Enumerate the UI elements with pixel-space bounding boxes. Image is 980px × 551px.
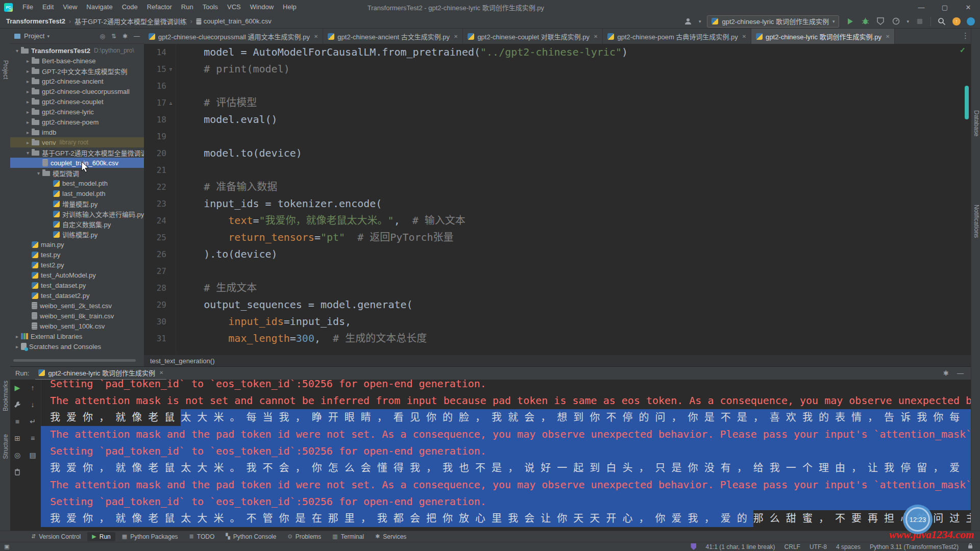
debug-button[interactable] xyxy=(861,17,870,26)
tree-item[interactable]: ▸GPT-2中文文本生成模型实例 xyxy=(10,66,144,76)
menu-tools[interactable]: Tools xyxy=(198,3,223,11)
print-icon[interactable]: ▤ xyxy=(29,450,36,460)
code-editor[interactable]: 14 model = AutoModelForCausalLM.from_pre… xyxy=(144,44,971,355)
tree-item[interactable]: test_AutoModel.py xyxy=(10,270,144,280)
sidebar-item-notifications[interactable]: Notifications xyxy=(973,205,980,238)
tree-item[interactable]: ▸imdb xyxy=(10,127,144,137)
sidebar-item-project[interactable]: Project xyxy=(2,60,9,79)
collapse-all-icon[interactable]: ⇅ xyxy=(111,33,116,40)
editor-tab[interactable]: gpt2-chinese-poem 古典诗词生成实例.py✕ xyxy=(603,29,751,44)
close-icon[interactable]: ✕ xyxy=(314,34,318,39)
tree-item[interactable]: test_dataset.py xyxy=(10,280,144,290)
close-icon[interactable]: ✕ xyxy=(886,34,890,39)
tree-item[interactable]: test2.py xyxy=(10,260,144,270)
close-icon[interactable]: ✕ xyxy=(159,370,163,375)
tree-item[interactable]: 对训练输入文本进行编码.py xyxy=(10,209,144,219)
chevron-icon[interactable]: ▾ xyxy=(13,48,21,54)
menu-vcs[interactable]: VCS xyxy=(223,3,246,11)
console-output[interactable]: Setting `pad_token_id` to `eos_token_id`… xyxy=(41,380,971,531)
settings-icon[interactable]: ✱ xyxy=(943,369,949,377)
tree-item[interactable]: best_model.pth xyxy=(10,178,144,188)
editor-tab[interactable]: gpt2-chinese-ancient 古文生成实例.py✕ xyxy=(323,29,463,44)
tree-item[interactable]: ▸gpt2-chinese-cluecorpussmall xyxy=(10,86,144,96)
settings-icon[interactable]: ✱ xyxy=(122,33,128,40)
menu-navigate[interactable]: Navigate xyxy=(82,3,117,11)
editor-tab[interactable]: gpt2-chinese-couplet 对联生成实例.py✕ xyxy=(463,29,603,44)
inspections-ok-icon[interactable]: ✓ xyxy=(960,46,966,54)
interpreter-indicator[interactable]: Python 3.11 (TransformersTest2) xyxy=(870,543,959,550)
plugin-icon[interactable] xyxy=(967,17,975,26)
close-icon[interactable]: ✕ xyxy=(742,34,746,39)
menu-run[interactable]: Run xyxy=(177,3,198,11)
project-panel-title[interactable]: Project xyxy=(24,32,44,40)
rerun-icon[interactable]: ▶ xyxy=(15,383,20,393)
breadcrumb-item[interactable]: 基于GPT-2通用文本模型全量微调训练 xyxy=(75,16,187,26)
fold-icon[interactable]: ▵ xyxy=(166,94,175,111)
user-icon[interactable] xyxy=(683,17,693,26)
tree-item[interactable]: ▸gpt2-chinese-couplet xyxy=(10,96,144,107)
tree-item[interactable]: 训练模型.py xyxy=(10,229,144,239)
encoding-indicator[interactable]: UTF-8 xyxy=(810,543,827,550)
stop-button[interactable] xyxy=(915,17,924,26)
tree-item[interactable]: weibo_senti_2k_test.csv xyxy=(10,300,144,311)
soft-wrap-icon[interactable]: ↵ xyxy=(30,416,36,427)
hide-panel-icon[interactable]: — xyxy=(134,33,140,40)
run-tab[interactable]: gpt2-chinese-lyric 歌词创作生成实例 ✕ xyxy=(35,366,166,380)
select-opened-file-icon[interactable]: ◎ xyxy=(100,33,105,40)
chevron-icon[interactable]: ▾ xyxy=(24,150,32,156)
menu-window[interactable]: Window xyxy=(246,3,278,11)
tree-item[interactable]: test.py xyxy=(10,249,144,260)
chevron-icon[interactable]: ▸ xyxy=(24,89,32,94)
lock-icon[interactable] xyxy=(968,543,973,550)
tree-item[interactable]: ▸External Libraries xyxy=(10,331,144,341)
breadcrumb-item[interactable]: TransformersTest2 xyxy=(6,17,65,25)
close-icon[interactable]: ✕ xyxy=(957,0,980,14)
sidebar-item-bookmarks[interactable]: Bookmarks xyxy=(2,381,9,411)
tree-item[interactable]: ▸Bert-base-chinese xyxy=(10,56,144,66)
tree-item[interactable]: test_dataset2.py xyxy=(10,290,144,300)
clear-console-icon[interactable] xyxy=(14,467,20,477)
breadcrumb-item[interactable]: couplet_train_600k.csv xyxy=(204,17,272,25)
tree-item[interactable]: 增量模型.py xyxy=(10,198,144,209)
menu-code[interactable]: Code xyxy=(117,3,142,11)
tree-item[interactable]: ▾模型微调 xyxy=(10,168,144,178)
run-button[interactable] xyxy=(845,17,854,26)
chevron-icon[interactable]: ▸ xyxy=(13,334,21,339)
tree-item[interactable]: 自定义数据集.py xyxy=(10,219,144,229)
tree-item[interactable]: weibo_senti_100k.csv xyxy=(10,321,144,331)
editor-tab[interactable]: gpt2-chinese-cluecorpussmall 通用文本生成实例.py… xyxy=(144,29,323,44)
scroll-to-end-icon[interactable]: ≡ xyxy=(31,433,35,443)
shield-icon[interactable] xyxy=(691,543,696,550)
chevron-icon[interactable]: ▸ xyxy=(24,68,32,74)
chevron-icon[interactable]: ▸ xyxy=(24,79,32,84)
tree-item[interactable]: couplet_train_600k.csv xyxy=(10,158,144,168)
tree-item[interactable]: last_model.pth xyxy=(10,188,144,198)
toolwindow-switcher-icon[interactable]: ▣ xyxy=(4,543,9,550)
line-ending-indicator[interactable]: CRLF xyxy=(785,543,800,550)
tree-item[interactable]: ▸venvlibrary root xyxy=(10,137,144,147)
sidebar-item-database[interactable]: Database xyxy=(973,110,980,136)
menu-view[interactable]: View xyxy=(58,3,82,11)
search-icon[interactable] xyxy=(937,17,946,26)
stop-icon[interactable]: ■ xyxy=(15,416,19,427)
tree-item[interactable]: ▸Scratches and Consoles xyxy=(10,341,144,352)
profiler-button[interactable] xyxy=(891,17,900,26)
run-configuration-select[interactable]: gpt2-chinese-lyric 歌词创作生成实例 ▾ xyxy=(707,15,839,28)
chevron-icon[interactable]: ▸ xyxy=(24,140,32,145)
close-icon[interactable]: ✕ xyxy=(594,34,598,39)
chevron-icon[interactable]: ▾ xyxy=(35,170,42,176)
tab-options-icon[interactable]: ⋮ xyxy=(962,31,977,40)
coverage-button[interactable] xyxy=(876,17,885,26)
menu-refactor[interactable]: Refactor xyxy=(142,3,177,11)
editor-scrollbar-thumb[interactable] xyxy=(965,86,969,119)
hide-panel-icon[interactable]: — xyxy=(957,369,964,377)
close-icon[interactable]: ✕ xyxy=(454,34,458,39)
tree-item[interactable]: ▸gpt2-chinese-lyric xyxy=(10,107,144,117)
tree-item[interactable]: weibo_senti_8k_train.csv xyxy=(10,311,144,321)
settings-wrench-icon[interactable] xyxy=(14,399,21,410)
pin-tab-icon[interactable]: ◎ xyxy=(14,450,20,460)
restore-layout-icon[interactable]: ⊞ xyxy=(14,433,20,443)
tree-item[interactable]: ▸gpt2-chinese-ancient xyxy=(10,76,144,86)
horizontal-scrollbar[interactable] xyxy=(13,359,136,362)
menu-edit[interactable]: Edit xyxy=(38,3,58,11)
